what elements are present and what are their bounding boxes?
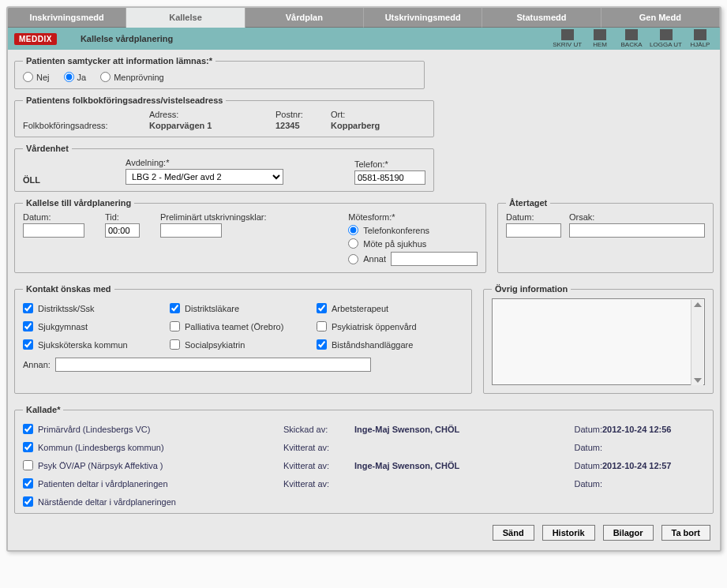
tab-genmedd[interactable]: Gen Medd [601,8,720,28]
page-title: Kallelse vårdplanering [81,34,173,43]
kallelse-prel-input[interactable] [160,223,222,238]
kallade-dlbl-2: Datum: [560,461,602,470]
kallelse-prel-lbl: Preliminärt utskrivningsklar: [160,212,266,222]
kontakt-check-bist-ndshandl-ggare[interactable]: Biståndshandläggare [317,339,451,350]
tab-statusmedd[interactable]: Statusmedd [482,8,601,28]
atertaget-datum-lbl: Datum: [506,212,561,222]
kallade-kvval-0: Inge-Maj Swenson, CHÖL [354,425,560,434]
folk-h-postnr: Postnr: [275,110,331,119]
kallelse-tid-lbl: Tid: [105,212,140,222]
kallade-dlbl-0: Datum: [560,425,602,434]
kallelse-tid-input[interactable] [105,223,140,238]
consent-legend: Patienten samtycker att information lämn… [23,56,215,66]
logo-badge: MEDDIX [14,33,57,45]
kontakt-check-sjukgymnast[interactable]: Sjukgymnast [23,321,157,331]
sub-header: MEDDIX Kallelse vårdplanering SKRIV UT H… [8,28,720,50]
consent-radios: Nej Ja Menprövning [23,72,416,82]
kallade-dval-2: 2012-10-24 12:57 [602,461,705,470]
vardenhet-avd-select[interactable]: LBG 2 - Med/Ger avd 2 [126,169,283,185]
kontakt-check-arbetsterapeut[interactable]: Arbetsterapeut [317,303,451,313]
ovrig-legend: Övrig information [492,284,571,294]
tool-logout[interactable]: LOGGA UT [650,29,682,48]
kallade-kvlbl-3: Kvitterat av: [283,479,354,489]
tool-home[interactable]: HEM [586,29,613,48]
vardenhet-enhet: ÖLL [23,175,40,185]
kallade-dlbl-3: Datum: [560,479,602,489]
kallade-check-0[interactable]: Primärvård (Lindesbergs VC) [23,424,283,434]
atertaget-fieldset: Återtaget Datum: Orsak: [497,198,714,273]
kallade-check-3[interactable]: Patienten deltar i vårdplaneringen [23,478,283,489]
kallade-check-1[interactable]: Kommun (Lindesbergs kommun) [23,442,283,452]
vardenhet-tel-input[interactable] [354,170,425,185]
kontakt-legend: Kontakt önskas med [23,284,114,294]
folk-postnr: 12345 [275,121,331,130]
folk-h-adress: Adress: [149,110,275,119]
kallelse-mf-lbl: Mötesform:* [348,212,478,222]
folk-h-ort: Ort: [331,110,425,119]
folk-rowlabel: Folkbokföringsadress: [23,121,149,130]
kontakt-annan-lbl: Annan: [23,360,51,369]
consent-nej[interactable]: Nej [23,72,50,82]
kallelse-legend: Kallelse till vårdplanering [23,198,134,208]
door-icon [660,29,673,40]
kallelse-datum-lbl: Datum: [23,212,84,222]
mf-mote[interactable]: Möte på sjukhus [348,238,478,249]
tool-back[interactable]: BACKA [618,29,645,48]
kontakt-fieldset: Kontakt önskas med Distriktssk/SskSjukgy… [14,284,472,394]
atertaget-orsak-input[interactable] [569,223,705,238]
app-frame: Inskrivningsmedd Kallelse Vårdplan Utskr… [6,6,721,552]
form-body: Patienten samtycker att information lämn… [8,50,720,550]
kontakt-check-sjuksk-terska-kommun[interactable]: Sjuksköterska kommun [23,339,157,350]
folk-legend: Patientens folkbokföringsadress/vistelse… [23,96,226,105]
kallade-kvlbl-1: Kvitterat av: [283,443,354,452]
kallade-fieldset: Kallade* Primärvård (Lindesbergs VC)Skic… [14,405,714,514]
vardenhet-legend: Vårdenhet [23,144,72,153]
tab-inskrivning[interactable]: Inskrivningsmedd [8,8,126,28]
tab-kallelse[interactable]: Kallelse [126,8,245,28]
tool-print[interactable]: SKRIV UT [553,29,582,48]
mf-annat-input[interactable] [391,252,478,266]
tab-vardplan[interactable]: Vårdplan [245,8,364,28]
tab-bar: Inskrivningsmedd Kallelse Vårdplan Utskr… [8,8,720,28]
kontakt-check-palliativa-teamet-rebro-[interactable]: Palliativa teamet (Örebro) [170,321,304,331]
kallade-check-4[interactable]: Närstående deltar i vårdplaneringen [23,496,283,507]
kallade-dlbl-1: Datum: [560,443,602,452]
kallelse-fieldset: Kallelse till vårdplanering Datum: Tid: … [14,198,486,273]
ovrig-textarea[interactable] [492,298,705,385]
vardenhet-tel-lbl: Telefon:* [354,159,425,169]
kallade-dval-0: 2012-10-24 12:56 [602,425,705,434]
ovrig-fieldset: Övrig information [483,284,714,394]
atertaget-datum-input[interactable] [506,223,561,238]
tab-utskrivning[interactable]: Utskrivningsmedd [364,8,482,28]
kontakt-annan-input[interactable] [55,358,371,372]
consent-ja[interactable]: Ja [64,72,87,82]
home-icon [594,29,606,40]
consent-fieldset: Patienten samtycker att information lämn… [14,56,425,89]
atertaget-legend: Återtaget [506,198,550,208]
header-tools: SKRIV UT HEM BACKA LOGGA UT HJÄLP [553,29,714,48]
vardenhet-avd-lbl: Avdelning:* [126,158,283,167]
atertaget-orsak-lbl: Orsak: [569,212,705,222]
back-icon [625,29,638,40]
mf-annat[interactable]: Annat [348,252,478,266]
folk-fieldset: Patientens folkbokföringsadress/vistelse… [14,96,434,137]
kallade-check-2[interactable]: Psyk ÖV/AP (Närpsyk Affektiva ) [23,460,283,470]
kontakt-check-socialpsykiatrin[interactable]: Socialpsykiatrin [170,339,304,350]
bilagor-button[interactable]: Bilagor [603,525,654,541]
tool-help[interactable]: HJÄLP [687,29,714,48]
kontakt-check-psykiatrisk-ppenv-rd[interactable]: Psykiatrisk öppenvård [317,321,451,331]
historik-button[interactable]: Historik [542,525,595,541]
mf-tele[interactable]: Telefonkonferens [348,225,478,235]
kallade-kvlbl-2: Kvitterat av: [283,461,354,470]
send-button[interactable]: Sänd [493,525,534,541]
consent-men[interactable]: Menprövning [100,72,164,82]
kontakt-check-distriktsl-kare[interactable]: Distriktsläkare [170,303,304,313]
kallade-kvlbl-0: Skickad av: [283,425,354,434]
kallelse-datum-input[interactable] [23,223,84,238]
folk-adress: Kopparvägen 1 [149,121,275,130]
tabort-button[interactable]: Ta bort [661,525,710,541]
kontakt-check-distriktssk-ssk[interactable]: Distriktssk/Ssk [23,303,157,313]
kallade-legend: Kallade* [23,405,63,414]
folk-ort: Kopparberg [331,121,425,130]
kallade-kvval-2: Inge-Maj Swenson, CHÖL [354,461,560,470]
